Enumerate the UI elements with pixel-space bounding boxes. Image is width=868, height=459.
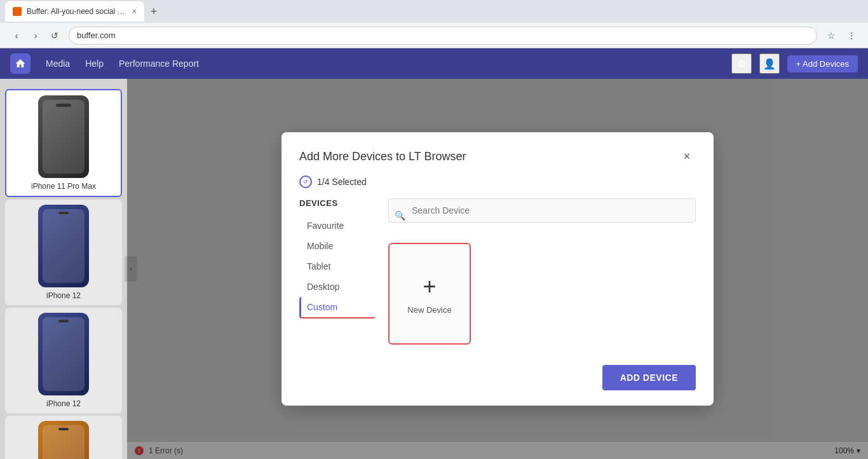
toolbar-right: ☆ ⋮ <box>822 27 860 45</box>
app-header-right: ⚙ 👤 + Add Devices <box>731 53 858 74</box>
device-notch <box>58 212 69 214</box>
selection-icon: ↺ <box>299 175 312 188</box>
modal-title: Add More Devices to LT Browser <box>299 150 466 163</box>
modal-selection-info: ↺ 1/4 Selected <box>281 175 714 198</box>
add-devices-modal: Add More Devices to LT Browser × ↺ 1/4 S… <box>281 132 714 406</box>
account-button[interactable]: 👤 <box>759 53 780 74</box>
address-text: buffer.com <box>77 31 115 40</box>
device-label: iPhone 11 Pro Max <box>31 182 96 191</box>
forward-button[interactable]: › <box>27 27 44 45</box>
address-bar-row: ‹ › ↺ buffer.com ☆ ⋮ <box>0 23 868 48</box>
device-thumbnail <box>38 313 89 395</box>
bookmark-button[interactable]: ☆ <box>822 27 840 45</box>
device-screen <box>43 100 85 174</box>
device-sidebar: iPhone 11 Pro Max iPhone 12 iPhone 12 <box>0 79 127 459</box>
new-device-label: New Device <box>407 305 451 315</box>
selection-text: 1/4 Selected <box>317 177 367 187</box>
device-search-input[interactable] <box>388 198 696 223</box>
device-screen <box>43 317 85 391</box>
devices-nav: DEVICES Favourite Mobile Tablet Desktop … <box>299 198 376 345</box>
tab-close-icon[interactable]: × <box>132 7 137 16</box>
device-card-iphone11promax[interactable]: iPhone 11 Pro Max <box>5 89 122 197</box>
back-button[interactable]: ‹ <box>8 27 25 45</box>
nav-item-media[interactable]: Media <box>46 58 70 69</box>
tab-title: Buffer: All-you-need social media... <box>27 7 127 16</box>
device-thumbnail <box>38 95 89 178</box>
new-device-plus-icon: + <box>423 273 436 300</box>
devices-content: 🔍 + New Device <box>388 198 696 345</box>
menu-button[interactable]: ⋮ <box>843 27 860 45</box>
refresh-button[interactable]: ↺ <box>46 27 64 45</box>
new-tab-button[interactable]: + <box>145 3 163 20</box>
modal-overlay: Add More Devices to LT Browser × ↺ 1/4 S… <box>127 79 868 459</box>
nav-item-custom[interactable]: Custom <box>299 297 376 319</box>
search-icon: 🔍 <box>395 210 405 221</box>
nav-item-performance[interactable]: Performance Report <box>119 58 199 69</box>
home-icon <box>15 58 26 69</box>
device-notch <box>58 428 69 430</box>
modal-footer: ADD DEVICE <box>281 355 714 406</box>
device-thumbnail <box>38 205 89 287</box>
device-label: iPhone 12 <box>46 399 81 408</box>
address-bar[interactable]: buffer.com <box>69 27 817 45</box>
devices-grid: + New Device <box>388 243 696 345</box>
device-label: iPhone 12 <box>46 291 81 300</box>
active-tab[interactable]: Buffer: All-you-need social media... × <box>5 1 145 22</box>
device-screen <box>43 209 85 283</box>
device-notch <box>56 104 71 107</box>
tab-favicon <box>13 7 22 16</box>
settings-button[interactable]: ⚙ <box>731 53 752 74</box>
tab-bar: Buffer: All-you-need social media... × + <box>0 0 868 23</box>
device-card-iphone12-2[interactable]: iPhone 12 <box>5 308 122 413</box>
search-wrapper: 🔍 <box>388 198 696 233</box>
device-card-iphone12mini[interactable]: iPhone 12 Mini <box>5 416 122 459</box>
modal-close-button[interactable]: × <box>678 147 696 165</box>
device-thumbnail <box>38 421 89 459</box>
nav-item-mobile[interactable]: Mobile <box>299 236 376 256</box>
modal-body: DEVICES Favourite Mobile Tablet Desktop … <box>281 198 714 355</box>
device-screen <box>43 425 85 459</box>
main-content: Add More Devices to LT Browser × ↺ 1/4 S… <box>127 79 868 459</box>
new-device-card[interactable]: + New Device <box>388 243 471 345</box>
nav-item-help[interactable]: Help <box>85 58 104 69</box>
nav-item-desktop[interactable]: Desktop <box>299 277 376 297</box>
devices-nav-title: DEVICES <box>299 198 376 208</box>
modal-header: Add More Devices to LT Browser × <box>281 132 714 175</box>
app-nav: Media Help Performance Report <box>46 58 199 69</box>
add-device-button[interactable]: ADD DEVICE <box>602 365 696 390</box>
device-card-iphone12-1[interactable]: iPhone 12 <box>5 200 122 305</box>
add-devices-button[interactable]: + Add Devices <box>787 55 858 72</box>
nav-item-tablet[interactable]: Tablet <box>299 256 376 277</box>
device-notch <box>58 320 69 322</box>
app-header: Media Help Performance Report ⚙ 👤 + Add … <box>0 48 868 79</box>
selection-icon-symbol: ↺ <box>303 179 308 185</box>
app-body: iPhone 11 Pro Max iPhone 12 iPhone 12 <box>0 79 868 459</box>
home-button[interactable] <box>10 53 31 74</box>
nav-buttons: ‹ › ↺ <box>8 27 64 45</box>
nav-item-favourite[interactable]: Favourite <box>299 216 376 236</box>
